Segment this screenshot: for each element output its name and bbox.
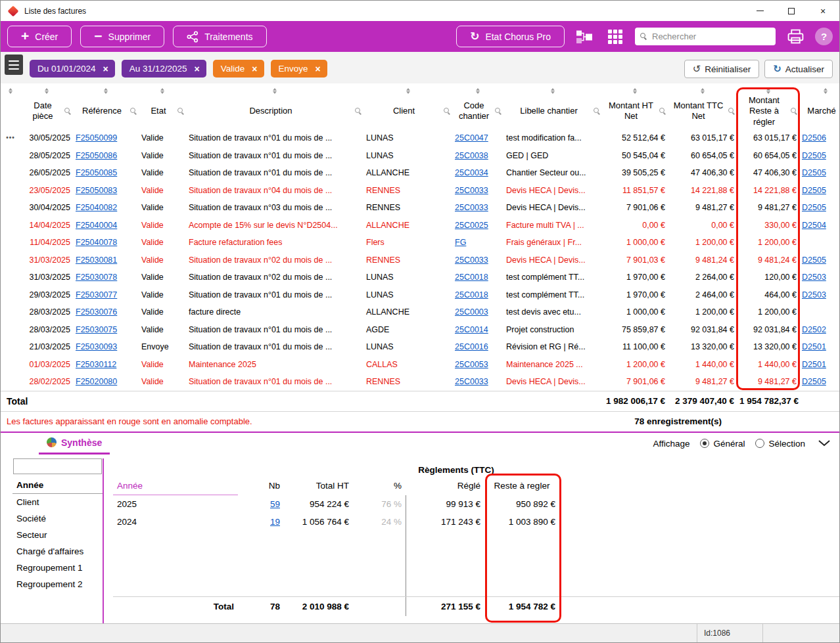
sort-icon[interactable] xyxy=(406,88,410,95)
column-header-description[interactable]: Description xyxy=(186,83,363,131)
market-link[interactable]: D2505 xyxy=(802,151,826,160)
syn-nb-link[interactable]: 19 xyxy=(270,517,280,527)
chip-close-icon[interactable]: × xyxy=(252,64,257,74)
column-header-libelle[interactable]: Libelle chantier xyxy=(503,83,602,131)
table-row[interactable]: 21/03/2025F25030093EnvoyeSituation de tr… xyxy=(1,338,839,356)
market-link[interactable]: D2504 xyxy=(802,221,826,230)
market-link[interactable]: D2505 xyxy=(802,186,826,195)
filter-chip-du-01-01-2024[interactable]: Du 01/01/2024× xyxy=(30,60,115,78)
column-search-icon[interactable] xyxy=(130,108,137,115)
invoice-reference-link[interactable]: F25030112 xyxy=(76,360,116,369)
radio-selection[interactable]: Sélection xyxy=(755,439,805,449)
table-row[interactable]: 01/03/2025F25030112ValideMaintenance 202… xyxy=(1,356,839,374)
chip-close-icon[interactable]: × xyxy=(315,64,321,74)
market-link[interactable]: D2502 xyxy=(802,325,826,334)
column-header-client[interactable]: Client xyxy=(363,83,452,131)
side-tab-secteur[interactable]: Secteur xyxy=(12,527,103,543)
site-code-link[interactable]: 25C0053 xyxy=(455,360,488,369)
syn-column-header-regle[interactable]: Réglé xyxy=(406,478,484,495)
invoice-reference-link[interactable]: F25040082 xyxy=(76,203,117,212)
table-row[interactable]: 28/03/2025F25030076Validefacture directe… xyxy=(1,303,839,321)
invoice-reference-link[interactable]: F25030081 xyxy=(76,255,117,265)
table-row[interactable]: 26/05/2025F25050085ValideSituation de tr… xyxy=(1,164,839,182)
table-row[interactable]: 23/05/2025F25050083ValideSituation de tr… xyxy=(1,182,839,200)
apps-grid-button[interactable] xyxy=(604,26,626,47)
column-header-reste[interactable]: Montant Reste à régler xyxy=(737,83,799,131)
invoice-reference-link[interactable]: F25020080 xyxy=(76,377,117,386)
workflow-button[interactable] xyxy=(573,26,595,47)
syn-column-header-[interactable]: % xyxy=(353,478,406,495)
tab-synthese[interactable]: Synthèse xyxy=(39,433,110,455)
help-button[interactable]: ? xyxy=(815,28,833,45)
site-code-link[interactable]: 25C0033 xyxy=(455,255,488,265)
syn-nb-link[interactable]: 59 xyxy=(270,499,280,509)
site-code-link[interactable]: 25C0018 xyxy=(455,290,488,299)
column-header-etat[interactable]: Etat xyxy=(139,83,186,131)
invoice-reference-link[interactable]: F25030093 xyxy=(76,342,117,351)
syn-column-header-annee[interactable]: Année xyxy=(113,478,238,495)
chip-close-icon[interactable]: × xyxy=(103,64,108,74)
invoice-reference-link[interactable]: F25030075 xyxy=(76,325,117,334)
site-code-link[interactable]: 25C0014 xyxy=(455,325,488,334)
site-code-link[interactable]: 25C0018 xyxy=(455,273,488,282)
column-header-date[interactable]: Date pièce xyxy=(20,83,73,131)
reset-button[interactable]: ↺ Réinitialiser xyxy=(684,60,759,78)
refresh-button[interactable]: ↻ Actualiser xyxy=(764,60,833,78)
side-tab-regroupement-2[interactable]: Regroupement 2 xyxy=(12,576,103,592)
column-header-ht[interactable]: Montant HT Net xyxy=(602,83,668,131)
site-code-link[interactable]: 25C0003 xyxy=(455,307,488,317)
radio-general[interactable]: Général xyxy=(700,439,745,449)
market-link[interactable]: D2505 xyxy=(802,168,826,177)
filter-chip-au-31-12-2025[interactable]: Au 31/12/2025× xyxy=(122,60,206,78)
column-search-icon[interactable] xyxy=(728,108,735,115)
invoice-reference-link[interactable]: F25040004 xyxy=(76,221,117,230)
print-button[interactable] xyxy=(784,26,806,47)
treatments-button[interactable]: Traitements xyxy=(173,26,266,47)
column-search-icon[interactable] xyxy=(355,108,362,115)
market-link[interactable]: D2501 xyxy=(802,360,826,369)
chevron-down-icon[interactable] xyxy=(818,440,830,447)
sort-icon[interactable] xyxy=(701,88,705,95)
column-header-actions[interactable] xyxy=(1,83,20,131)
sort-icon[interactable] xyxy=(273,88,277,95)
table-row[interactable]: •••30/05/2025F25050099ValideSituation de… xyxy=(1,129,839,147)
side-tab-societe[interactable]: Société xyxy=(12,510,103,527)
sort-icon[interactable] xyxy=(104,88,108,95)
sort-icon[interactable] xyxy=(551,88,555,95)
site-code-link[interactable]: 25C0047 xyxy=(455,133,488,143)
sort-icon[interactable] xyxy=(45,88,49,95)
chip-close-icon[interactable]: × xyxy=(195,64,200,74)
column-search-icon[interactable] xyxy=(594,108,601,115)
invoice-reference-link[interactable]: F25030076 xyxy=(76,307,117,317)
syn-column-header-nb[interactable]: Nb xyxy=(238,478,284,495)
table-row[interactable]: 30/04/2025F25040082ValideSituation de tr… xyxy=(1,199,839,217)
sort-icon[interactable] xyxy=(633,88,637,95)
column-search-icon[interactable] xyxy=(444,108,451,115)
side-tab-charge-d-affaires[interactable]: Chargé d'affaires xyxy=(12,543,103,560)
syn-column-header-reste-a-regler[interactable]: Reste à regler xyxy=(484,478,559,495)
market-link[interactable]: D2505 xyxy=(802,203,826,212)
side-tab-client[interactable]: Client xyxy=(12,494,103,510)
invoice-reference-link[interactable]: F25050083 xyxy=(76,186,117,195)
column-search-icon[interactable] xyxy=(177,108,185,115)
site-code-link[interactable]: 25C0016 xyxy=(455,342,488,351)
invoice-reference-link[interactable]: F25050085 xyxy=(76,168,117,177)
market-link[interactable]: D2501 xyxy=(802,342,826,351)
table-row[interactable]: 28/03/2025F25030075ValideSituation de tr… xyxy=(1,321,839,339)
table-row[interactable]: 31/03/2025F25030081ValideSituation de tr… xyxy=(1,252,839,269)
market-link[interactable]: D2506 xyxy=(802,133,826,143)
sort-icon[interactable] xyxy=(160,88,164,95)
maximize-button[interactable] xyxy=(785,5,797,18)
search-box[interactable] xyxy=(635,28,776,45)
sort-icon[interactable] xyxy=(766,88,770,95)
invoice-reference-link[interactable]: F25050086 xyxy=(76,151,117,160)
market-link[interactable]: D2503 xyxy=(802,290,826,299)
table-row[interactable]: 14/04/2025F25040004ValideAcompte de 15% … xyxy=(1,217,839,234)
site-code-link[interactable]: FG xyxy=(455,238,466,247)
sort-icon[interactable] xyxy=(476,88,480,95)
column-header-ref[interactable]: Référence xyxy=(73,83,139,131)
column-search-icon[interactable] xyxy=(495,108,502,115)
site-code-link[interactable]: 25C0033 xyxy=(455,186,488,195)
chorus-pro-button[interactable]: ↻ Etat Chorus Pro xyxy=(456,26,565,47)
column-header-marche[interactable]: Marché xyxy=(799,83,840,131)
